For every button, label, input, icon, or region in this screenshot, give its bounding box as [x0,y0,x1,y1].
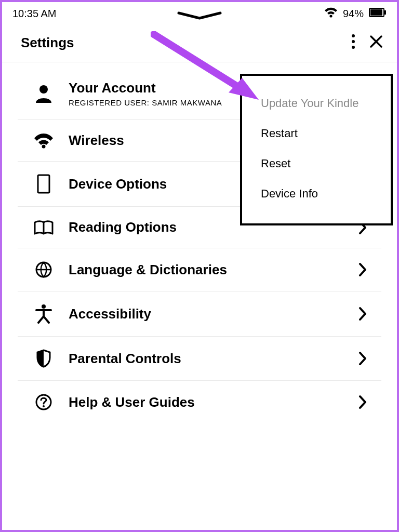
page-title: Settings [21,35,351,51]
chevron-right-icon [348,307,367,321]
svg-point-6 [352,46,355,49]
wifi-icon [324,7,338,20]
row-help[interactable]: Help & User Guides [18,381,381,423]
chevron-right-icon [348,395,367,409]
svg-point-5 [352,40,355,43]
clock-text: 10:35 AM [12,8,57,20]
row-label: Help & User Guides [69,394,335,410]
tablet-icon [32,174,55,194]
chevron-right-icon [348,351,367,366]
person-icon [32,84,55,103]
svg-point-11 [42,304,46,309]
svg-point-0 [329,15,332,17]
menu-item-reset[interactable]: Reset [242,149,391,179]
more-menu-button[interactable] [351,34,355,51]
svg-point-8 [42,144,46,148]
wifi-large-icon [32,133,55,149]
settings-header: Settings [2,24,397,62]
overflow-menu-popup: Update Your Kindle Restart Reset Device … [240,74,393,225]
battery-icon [369,8,387,20]
row-label: Language & Dictionaries [69,262,335,278]
globe-icon [32,261,55,278]
row-accessibility[interactable]: Accessibility [18,291,381,337]
row-language[interactable]: Language & Dictionaries [18,248,381,291]
battery-text: 94% [343,8,364,20]
svg-rect-3 [384,10,386,15]
book-icon [32,220,55,235]
row-label: Parental Controls [69,351,335,367]
svg-point-4 [352,34,355,37]
svg-point-7 [39,85,48,94]
svg-rect-2 [370,9,382,16]
screen-frame: 10:35 AM 94% Settings [0,0,399,532]
row-label: Accessibility [69,306,335,322]
menu-item-device-info[interactable]: Device Info [242,179,391,209]
row-parental-controls[interactable]: Parental Controls [18,337,381,381]
accessibility-icon [32,304,55,324]
svg-rect-9 [38,175,49,193]
help-icon [32,393,55,411]
shield-icon [32,349,55,368]
close-button[interactable] [369,34,383,51]
svg-point-13 [43,405,45,407]
chevron-right-icon [348,262,367,277]
menu-item-restart[interactable]: Restart [242,118,391,149]
status-right: 94% [324,7,387,20]
menu-item-update-kindle: Update Your Kindle [242,88,391,118]
